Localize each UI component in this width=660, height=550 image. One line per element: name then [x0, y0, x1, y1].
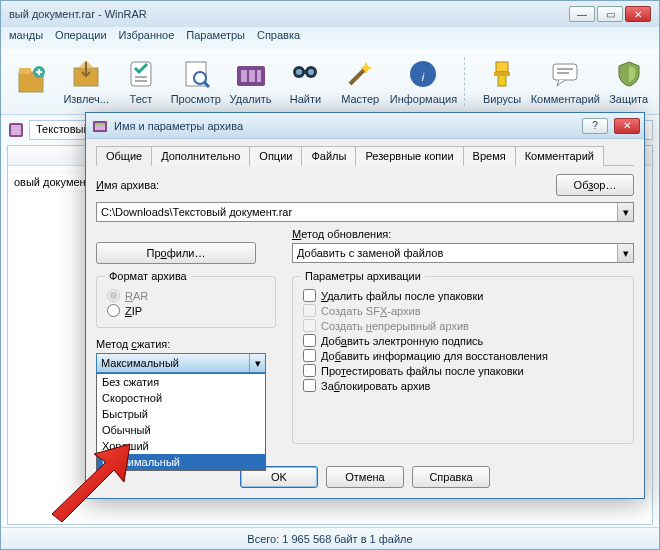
- chevron-down-icon[interactable]: ▾: [249, 354, 265, 372]
- info-icon: i: [407, 58, 439, 90]
- svg-rect-5: [135, 76, 147, 78]
- archive-name-label: ИИмя архива:мя архива:: [96, 179, 159, 191]
- svg-rect-25: [557, 72, 569, 74]
- tab-general[interactable]: Общие: [96, 146, 152, 166]
- extract-icon: [70, 58, 102, 90]
- svg-rect-22: [494, 72, 510, 76]
- tool-find[interactable]: Найти: [279, 51, 332, 112]
- archive-add-icon: [15, 64, 47, 96]
- menu-favorites[interactable]: Избранное: [119, 29, 175, 47]
- tab-backup[interactable]: Резервные копии: [355, 146, 463, 166]
- tool-extract[interactable]: Извлеч...: [60, 51, 113, 112]
- tab-advanced[interactable]: Дополнительно: [151, 146, 250, 166]
- menu-commands[interactable]: манды: [9, 29, 43, 47]
- svg-rect-15: [303, 70, 307, 74]
- tool-comment[interactable]: Комментарий: [530, 51, 600, 112]
- help-button[interactable]: Справка: [412, 466, 490, 488]
- view-icon: [180, 58, 212, 90]
- compression-label: Метод сжатия:: [96, 338, 276, 350]
- svg-rect-24: [557, 68, 573, 70]
- dd-option-fastest[interactable]: Скоростной: [97, 390, 265, 406]
- check-delete-after[interactable]: Удалить файлы после упаковки: [303, 289, 623, 302]
- check-lock[interactable]: Заблокировать архив: [303, 379, 623, 392]
- svg-rect-30: [95, 123, 105, 125]
- virus-icon: [486, 58, 518, 90]
- check-test-after[interactable]: Протестировать файлы после упаковки: [303, 364, 623, 377]
- tool-view[interactable]: Просмотр: [169, 51, 222, 112]
- wizard-icon: [344, 58, 376, 90]
- test-icon: [125, 58, 157, 90]
- menu-help[interactable]: Справка: [257, 29, 300, 47]
- protect-icon: [613, 58, 645, 90]
- tool-info[interactable]: i Информация: [389, 51, 459, 112]
- svg-rect-10: [241, 70, 247, 82]
- dd-option-fast[interactable]: Быстрый: [97, 406, 265, 422]
- update-method-select[interactable]: Добавить с заменой файлов ▾: [292, 243, 634, 263]
- main-window-title: вый документ.rar - WinRAR: [9, 8, 147, 20]
- archive-format-group: Формат архива RAR ZIP: [96, 276, 276, 328]
- archive-icon: [7, 121, 25, 139]
- menu-bar: манды Операции Избранное Параметры Справ…: [1, 27, 659, 49]
- svg-rect-4: [131, 62, 151, 86]
- check-signature[interactable]: Добавить электронную подпись: [303, 334, 623, 347]
- status-text: Всего: 1 965 568 байт в 1 файле: [247, 533, 412, 545]
- status-bar: Всего: 1 965 568 байт в 1 файле: [1, 527, 659, 549]
- check-solid: Создать непрерывный архив: [303, 319, 623, 332]
- menu-operations[interactable]: Операции: [55, 29, 106, 47]
- dd-option-normal[interactable]: Обычный: [97, 422, 265, 438]
- tool-protect[interactable]: Защита: [602, 51, 655, 112]
- svg-rect-1: [19, 68, 31, 74]
- archive-name-input[interactable]: C:\Downloads\Текстовый документ.rar ▾: [96, 202, 634, 222]
- chevron-down-icon[interactable]: ▾: [617, 203, 633, 221]
- tab-options[interactable]: Опции: [249, 146, 302, 166]
- chevron-down-icon[interactable]: ▾: [617, 244, 633, 262]
- compression-select[interactable]: Максимальный ▾: [96, 353, 266, 373]
- format-rar-radio[interactable]: RAR: [107, 289, 265, 302]
- check-recovery[interactable]: Добавить информацию для восстановления: [303, 349, 623, 362]
- tab-files[interactable]: Файлы: [301, 146, 356, 166]
- menu-options[interactable]: Параметры: [186, 29, 245, 47]
- toolbar: Извлеч... Тест Просмотр Удалить Найти Ма…: [1, 49, 659, 115]
- pointer-arrow-icon: [44, 442, 134, 522]
- tool-test[interactable]: Тест: [115, 51, 168, 112]
- toolbar-separator: [464, 57, 469, 106]
- find-icon: [289, 58, 321, 90]
- dialog-tabs: Общие Дополнительно Опции Файлы Резервны…: [96, 145, 634, 166]
- winrar-icon: [92, 118, 108, 134]
- main-close-button[interactable]: ✕: [625, 6, 651, 22]
- svg-rect-11: [249, 70, 255, 82]
- svg-point-17: [308, 69, 314, 75]
- tool-wizard[interactable]: Мастер: [334, 51, 387, 112]
- check-sfx: Создать SFX-архив: [303, 304, 623, 317]
- dialog-close-button[interactable]: ✕: [614, 118, 640, 134]
- cancel-button[interactable]: Отмена: [326, 466, 404, 488]
- delete-icon: [235, 58, 267, 90]
- svg-rect-20: [496, 62, 508, 72]
- svg-rect-6: [135, 80, 147, 82]
- browse-button[interactable]: Обзор…: [556, 174, 634, 196]
- dialog-title-bar[interactable]: Имя и параметры архива ? ✕: [86, 113, 644, 139]
- svg-rect-12: [257, 70, 261, 82]
- dd-option-none[interactable]: Без сжатия: [97, 374, 265, 390]
- svg-point-16: [296, 69, 302, 75]
- dialog-help-button[interactable]: ?: [582, 118, 608, 134]
- main-window-title-bar: вый документ.rar - WinRAR — ▭ ✕: [1, 1, 659, 27]
- archive-params-group: Параметры архивации Удалить файлы после …: [292, 276, 634, 444]
- comment-icon: [549, 58, 581, 90]
- archive-options-dialog: Имя и параметры архива ? ✕ Общие Дополни…: [85, 112, 645, 499]
- svg-rect-27: [11, 125, 21, 135]
- minimize-button[interactable]: —: [569, 6, 595, 22]
- profiles-button[interactable]: Профили…: [96, 242, 256, 264]
- tool-delete[interactable]: Удалить: [224, 51, 277, 112]
- tool-add[interactable]: [5, 51, 58, 112]
- maximize-button[interactable]: ▭: [597, 6, 623, 22]
- tab-time[interactable]: Время: [463, 146, 516, 166]
- tab-comment[interactable]: Комментарий: [515, 146, 604, 166]
- format-zip-radio[interactable]: ZIP: [107, 304, 265, 317]
- dialog-title: Имя и параметры архива: [114, 120, 576, 132]
- tool-virus[interactable]: Вирусы: [476, 51, 529, 112]
- update-method-label: Метод обновления:: [292, 228, 634, 240]
